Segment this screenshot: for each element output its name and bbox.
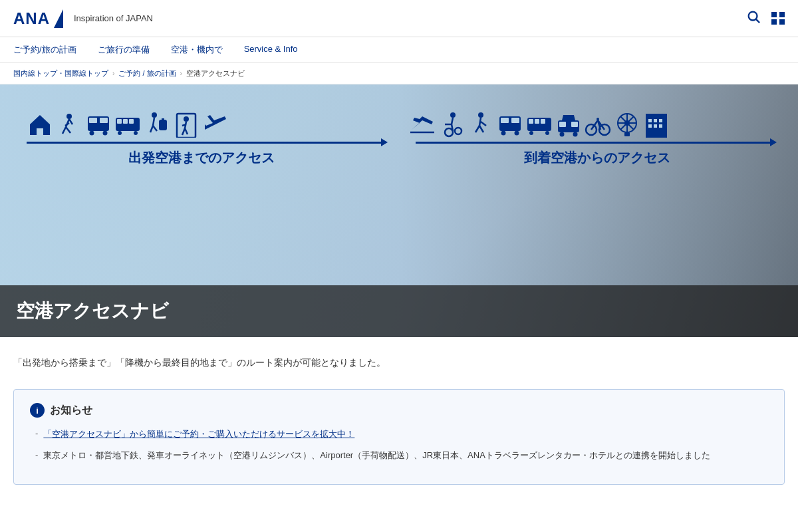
svg-point-54 [545,131,549,135]
svg-point-47 [501,131,506,136]
svg-rect-15 [117,119,122,124]
arrow-row [27,142,771,144]
svg-point-62 [597,118,599,120]
notice-item-2-text: 東京メトロ・都営地下鉄、発車オーライネット（空港リムジンバス）、Airporte… [43,450,710,462]
svg-rect-72 [648,119,652,122]
svg-rect-10 [89,118,97,123]
svg-point-19 [134,131,138,135]
notice-item-2: - 東京メトロ・都営地下鉄、発車オーライネット（空港リムジンバス）、Airpor… [30,450,768,462]
svg-point-3 [66,114,72,119]
search-icon[interactable] [746,9,761,27]
notice-title: お知らせ [50,404,92,418]
svg-point-58 [560,132,565,137]
nav-item-airport[interactable]: 空港・機内で [171,44,223,56]
svg-rect-56 [559,122,566,127]
breadcrumb: 国内線トップ・国際線トップ › ご予約 / 旅の計画 › 空港アクセスナビ [0,63,798,84]
svg-line-22 [150,126,153,132]
notice-item-1-text: 「空港アクセスナビ」から簡単にご予約・ご購入いただけるサービスを拡大中！ [43,428,354,440]
icon-bus-arrival [497,111,523,138]
breadcrumb-sep-1: › [112,70,114,77]
svg-line-40 [479,118,481,126]
ana-logo-triangle [54,9,63,28]
nav-item-reservation[interactable]: ご予約/旅の計画 [13,44,76,56]
svg-line-21 [153,118,154,126]
notice-box: i お知らせ - 「空港アクセスナビ」から簡単にご予約・ご購入いただけるサービス… [13,389,785,485]
svg-rect-16 [123,119,128,124]
svg-line-6 [63,127,66,134]
svg-rect-78 [652,130,660,138]
nav: ご予約/旅の計画 ご旅行の準備 空港・機内で Service & Info [0,37,798,63]
svg-rect-50 [529,119,533,124]
icon-plane-takeoff [202,111,229,138]
svg-point-20 [152,112,157,118]
icon-hotel [643,111,670,138]
grid-menu-icon[interactable] [771,12,785,25]
breadcrumb-current: 空港アクセスナビ [186,68,245,78]
hero-title: 空港アクセスナビ [16,299,782,324]
icon-security [173,111,200,138]
svg-point-33 [450,112,456,118]
svg-line-41 [475,126,479,132]
breadcrumb-sep-2: › [180,70,182,77]
svg-point-18 [118,131,122,135]
svg-rect-69 [624,132,630,136]
header: ANA Inspiration of JAPAN [0,0,798,37]
svg-rect-75 [648,124,652,128]
svg-rect-77 [659,124,662,128]
icon-luggage-person [144,111,170,138]
icon-plane-land [409,111,436,138]
svg-rect-24 [160,120,166,130]
svg-rect-73 [654,119,657,122]
svg-rect-74 [659,119,662,122]
icon-bus [85,111,112,138]
hero-banner: 出発空港までのアクセス 到着空港からのアクセス 空港アクセスナビ [0,84,798,337]
svg-line-7 [66,127,70,133]
svg-point-13 [103,131,108,136]
breadcrumb-plan[interactable]: ご予約 / 旅の計画 [118,68,176,78]
breadcrumb-home[interactable]: 国内線トップ・国際線トップ [13,68,108,78]
svg-line-43 [481,122,486,126]
svg-rect-11 [100,118,108,123]
icon-train-arrival [526,111,553,138]
hero-title-bar: 空港アクセスナビ [0,285,798,337]
svg-point-59 [573,132,578,137]
notice-link-1[interactable]: 「空港アクセスナビ」から簡単にご予約・ご購入いただけるサービスを拡大中！ [43,429,354,439]
notice-info-icon: i [30,403,45,418]
departure-icons [27,111,389,138]
notice-item-1: - 「空港アクセスナビ」から簡単にご予約・ご購入いただけるサービスを拡大中！ [30,428,768,440]
svg-line-42 [479,126,483,132]
arrival-icons [409,111,771,138]
svg-point-48 [515,131,519,136]
access-labels: 出発空港までのアクセス 到着空港からのアクセス [27,149,771,167]
right-arrow [416,142,771,144]
svg-point-12 [90,131,94,136]
logo-area: ANA Inspiration of JAPAN [13,9,153,28]
access-diagram: 出発空港までのアクセス 到着空港からのアクセス [0,104,798,167]
svg-rect-52 [541,119,545,124]
svg-rect-71 [646,114,667,118]
right-arrow-container [416,142,771,144]
left-arrow-container [27,142,382,144]
svg-line-1 [756,19,759,23]
svg-line-5 [69,119,72,124]
right-arrow-head [770,138,777,146]
icon-house [27,111,53,138]
icons-row [27,111,771,138]
svg-point-34 [445,128,453,136]
notice-dash-2: - [35,450,38,462]
left-arrow-head [381,138,388,146]
header-icons [746,9,785,27]
svg-rect-51 [535,119,539,124]
departure-label: 出発空港までのアクセス [27,149,376,167]
ana-logo[interactable]: ANA [13,9,63,28]
arrival-label: 到着空港からのアクセス [422,149,771,167]
icon-train [114,111,141,138]
svg-line-35 [452,118,453,124]
svg-line-30 [185,128,188,134]
icon-bicycle [585,111,611,138]
nav-item-preparation[interactable]: ご旅行の準備 [98,44,150,56]
svg-point-27 [184,116,189,122]
notice-dash-1: - [35,428,38,440]
nav-item-service[interactable]: Service & Info [244,44,298,56]
page-subtitle: 「出発地から搭乗まで」「降機から最終目的地まで」のルート案内が可能となりました。 [13,357,785,369]
